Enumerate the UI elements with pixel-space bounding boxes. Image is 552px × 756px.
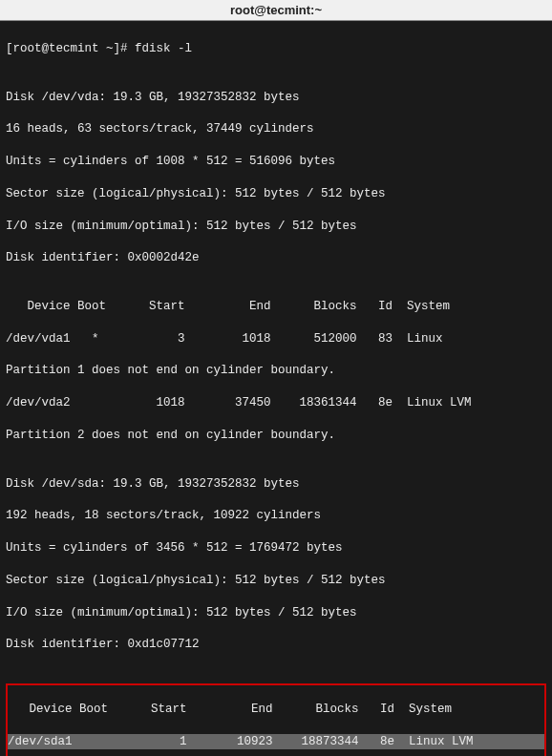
vda-part2: /dev/vda2 1018 37450 18361344 8e Linux L… — [6, 395, 546, 411]
sda-header: Device Boot Start End Blocks Id System — [8, 702, 544, 718]
sda-units-line: Units = cylinders of 3456 * 512 = 176947… — [6, 540, 546, 556]
vda-part1: /dev/vda1 * 3 1018 512000 83 Linux — [6, 331, 546, 347]
sda-highlight-box: Device Boot Start End Blocks Id System /… — [6, 683, 546, 756]
sda-part1: /dev/sda1 1 10923 18873344 8e Linux LVM — [8, 734, 544, 750]
sda-io-line: I/O size (minimum/optimal): 512 bytes / … — [6, 605, 546, 621]
sda-disk-line: Disk /dev/sda: 19.3 GB, 19327352832 byte… — [6, 476, 546, 493]
vda-geom-line: 16 heads, 63 sectors/track, 37449 cylind… — [6, 121, 546, 137]
vda-units-line: Units = cylinders of 1008 * 512 = 516096… — [6, 154, 546, 170]
window-titlebar: root@tecmint:~ — [0, 0, 552, 21]
vda-header: Device Boot Start End Blocks Id System — [6, 299, 546, 315]
sda-id-line: Disk identifier: 0xd1c07712 — [6, 637, 546, 653]
vda-sector-line: Sector size (logical/physical): 512 byte… — [6, 186, 546, 202]
vda-disk-line: Disk /dev/vda: 19.3 GB, 19327352832 byte… — [6, 90, 546, 106]
vda-io-line: I/O size (minimum/optimal): 512 bytes / … — [6, 219, 546, 235]
vda-warn2: Partition 2 does not end on cylinder bou… — [6, 428, 546, 444]
vda-id-line: Disk identifier: 0x0002d42e — [6, 250, 546, 266]
sda-sector-line: Sector size (logical/physical): 512 byte… — [6, 573, 546, 589]
vda-warn1: Partition 1 does not end on cylinder bou… — [6, 363, 546, 379]
prompt-line: [root@tecmint ~]# fdisk -l — [6, 41, 546, 57]
sda-geom-line: 192 heads, 18 sectors/track, 10922 cylin… — [6, 508, 546, 524]
shell-prompt: [root@tecmint ~]# — [6, 42, 135, 55]
terminal-output[interactable]: [root@tecmint ~]# fdisk -l Disk /dev/vda… — [0, 21, 552, 756]
command-text: fdisk -l — [135, 42, 192, 55]
